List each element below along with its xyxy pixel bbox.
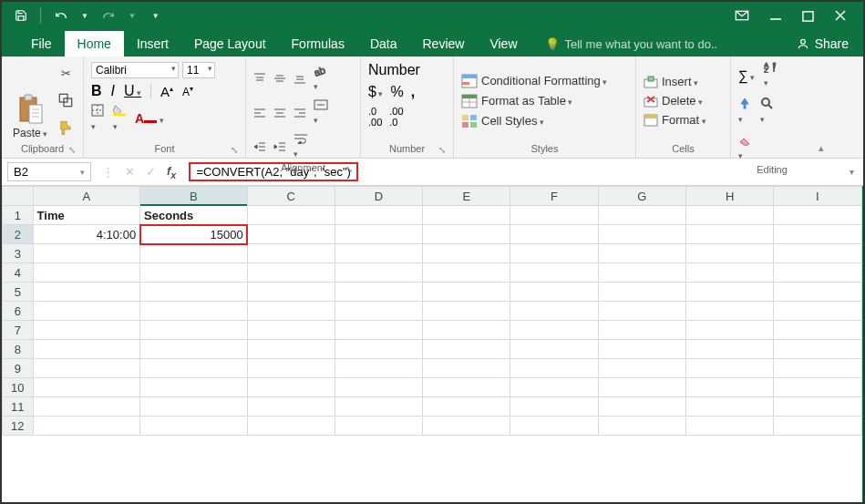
cell[interactable] xyxy=(685,263,773,283)
cell[interactable] xyxy=(510,378,598,397)
cell[interactable] xyxy=(33,302,140,321)
cell-A2[interactable]: 4:10:00 xyxy=(33,225,140,244)
cell[interactable] xyxy=(140,302,248,321)
align-top-icon[interactable] xyxy=(253,72,266,85)
col-header-F[interactable]: F xyxy=(510,187,598,206)
cell[interactable] xyxy=(140,397,248,417)
cell[interactable] xyxy=(510,206,598,225)
cell[interactable] xyxy=(335,321,422,340)
cell[interactable] xyxy=(33,321,140,340)
cell[interactable] xyxy=(685,397,773,417)
cell[interactable] xyxy=(598,378,685,397)
tab-view[interactable]: View xyxy=(477,31,530,57)
redo-icon[interactable] xyxy=(101,9,116,22)
sort-filter-button[interactable]: AZ xyxy=(764,60,777,89)
cell[interactable] xyxy=(33,340,140,359)
ribbon-options-icon[interactable] xyxy=(735,10,749,21)
row-header-7[interactable]: 7 xyxy=(3,321,34,340)
italic-button[interactable]: I xyxy=(111,83,115,99)
copy-icon[interactable] xyxy=(57,91,75,109)
row-header-3[interactable]: 3 xyxy=(3,244,34,263)
cancel-formula-icon[interactable]: ✕ xyxy=(125,165,135,179)
cell[interactable] xyxy=(685,417,773,436)
cell[interactable] xyxy=(247,397,335,417)
accounting-format-button[interactable]: $ xyxy=(368,84,383,100)
font-dialog-icon[interactable]: ⤡ xyxy=(231,145,238,155)
cell[interactable] xyxy=(335,244,422,263)
orientation-icon[interactable]: ab xyxy=(314,64,326,93)
cell[interactable] xyxy=(140,283,248,302)
undo-icon[interactable] xyxy=(54,9,68,22)
comma-button[interactable]: , xyxy=(411,84,415,100)
cell[interactable] xyxy=(510,225,598,244)
col-header-A[interactable]: A xyxy=(33,187,140,206)
cell[interactable] xyxy=(247,206,335,225)
cell[interactable] xyxy=(423,378,510,397)
cell[interactable] xyxy=(33,417,140,436)
clear-button[interactable] xyxy=(738,133,751,162)
autosum-button[interactable]: ∑ xyxy=(738,67,755,83)
cell[interactable] xyxy=(774,417,861,436)
tab-data[interactable]: Data xyxy=(357,31,410,57)
cell[interactable] xyxy=(247,244,335,263)
decrease-decimal-icon[interactable]: .00.0 xyxy=(389,106,403,128)
cell[interactable] xyxy=(247,225,335,244)
row-header-9[interactable]: 9 xyxy=(3,359,34,378)
cell[interactable] xyxy=(335,263,422,283)
cell[interactable] xyxy=(247,340,335,359)
cell[interactable] xyxy=(423,340,510,359)
close-icon[interactable] xyxy=(834,9,847,22)
alignment-dialog-icon[interactable]: ⤡ xyxy=(345,164,353,174)
col-header-I[interactable]: I xyxy=(774,187,861,206)
select-all-corner[interactable] xyxy=(3,187,34,206)
col-header-E[interactable]: E xyxy=(423,187,510,206)
cell[interactable] xyxy=(598,417,685,436)
cell[interactable] xyxy=(33,397,140,417)
row-header-8[interactable]: 8 xyxy=(3,340,34,359)
cell[interactable] xyxy=(335,206,422,225)
cell-styles-button[interactable]: Cell Styles xyxy=(461,114,607,129)
row-header-12[interactable]: 12 xyxy=(3,417,34,436)
save-icon[interactable] xyxy=(15,9,27,22)
border-button[interactable] xyxy=(91,104,104,133)
cell[interactable] xyxy=(33,378,140,397)
cell[interactable] xyxy=(247,321,335,340)
tab-page-layout[interactable]: Page Layout xyxy=(181,31,279,57)
cell[interactable] xyxy=(247,378,335,397)
cell[interactable] xyxy=(510,340,598,359)
cell[interactable] xyxy=(510,397,598,417)
row-header-6[interactable]: 6 xyxy=(3,302,34,321)
cell[interactable] xyxy=(774,244,861,263)
wrap-text-icon[interactable] xyxy=(293,133,308,160)
worksheet-grid[interactable]: A B C D E F G H I J k 1 Time Seconds 2 4… xyxy=(2,186,863,502)
cell[interactable] xyxy=(140,359,248,378)
qat-customize-icon[interactable]: ▼ xyxy=(152,12,160,20)
insert-function-dots-icon[interactable]: ⋮ xyxy=(102,165,114,179)
format-painter-icon[interactable] xyxy=(57,118,75,137)
cell[interactable] xyxy=(140,321,248,340)
cell[interactable] xyxy=(335,359,422,378)
cell[interactable] xyxy=(598,340,685,359)
cell[interactable] xyxy=(423,206,510,225)
cell[interactable] xyxy=(774,378,861,397)
col-header-C[interactable]: C xyxy=(247,187,335,206)
font-size-select[interactable]: 11 xyxy=(182,62,215,78)
cell[interactable] xyxy=(423,397,510,417)
shrink-font-icon[interactable]: A▾ xyxy=(182,85,193,98)
tab-home[interactable]: Home xyxy=(65,31,124,57)
format-cells-button[interactable]: Format xyxy=(644,113,706,127)
conditional-formatting-button[interactable]: Conditional Formatting xyxy=(461,74,607,88)
find-select-button[interactable] xyxy=(760,97,773,126)
cell[interactable] xyxy=(510,283,598,302)
font-name-select[interactable]: Calibri xyxy=(91,62,179,78)
redo-menu-icon[interactable]: ▼ xyxy=(129,12,136,20)
increase-indent-icon[interactable] xyxy=(273,141,286,152)
decrease-indent-icon[interactable] xyxy=(253,141,266,152)
cell[interactable] xyxy=(247,283,335,302)
cell[interactable] xyxy=(510,263,598,283)
row-header-2[interactable]: 2 xyxy=(3,225,34,244)
cell[interactable] xyxy=(247,302,335,321)
cell[interactable] xyxy=(510,417,598,436)
cell[interactable] xyxy=(685,378,773,397)
align-right-icon[interactable] xyxy=(293,108,306,118)
